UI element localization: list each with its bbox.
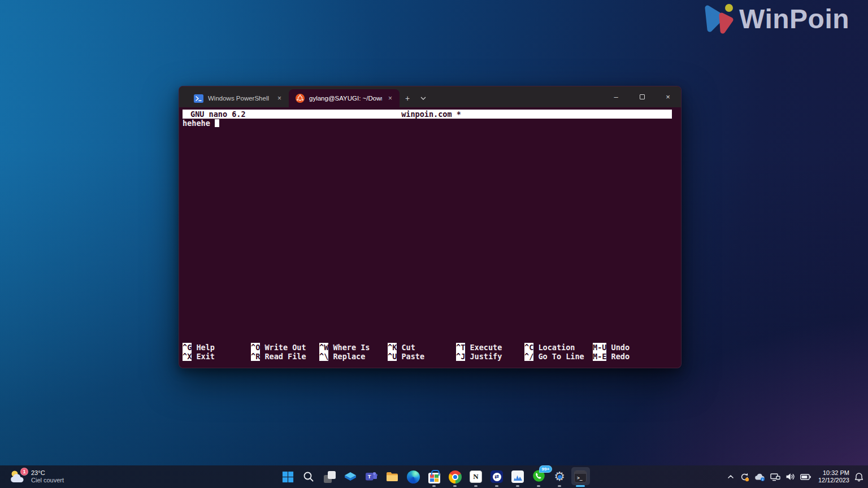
shortcut-column: ^OWrite Out ^RRead File xyxy=(251,343,319,361)
teamviewer-button[interactable] xyxy=(487,465,507,488)
weather-temperature: 23°C xyxy=(31,469,64,477)
tray-overflow-button[interactable] xyxy=(727,465,735,488)
nano-editor[interactable]: GNU nano 6.2 winpoin.com * hehehe ^GHelp… xyxy=(179,107,681,368)
notification-badge: 1 xyxy=(20,468,28,476)
histogram-app-icon xyxy=(511,470,524,483)
weather-widget[interactable]: 1 23°C Ciel couvert xyxy=(6,465,67,488)
running-indicator xyxy=(432,485,436,487)
maximize-icon xyxy=(640,94,645,99)
maximize-button[interactable] xyxy=(629,86,655,107)
shortcut-column: ^CLocation ^/Go To Line xyxy=(524,343,593,361)
whatsapp-button[interactable]: 99+ xyxy=(528,465,549,488)
shortcut-redo: M-ERedo xyxy=(593,352,661,361)
winpoin-logo-icon xyxy=(701,2,737,35)
tab-label: gylang@SAYUGI: ~/Downloac xyxy=(309,95,382,102)
ubuntu-icon xyxy=(296,94,305,103)
tab-windows-powershell[interactable]: Windows PowerShell × xyxy=(187,89,289,107)
stats-app-button[interactable] xyxy=(507,465,528,488)
clock[interactable]: 10:32 PM 12/12/2023 xyxy=(818,469,849,484)
shortcut-column: ^GHelp ^XExit xyxy=(183,343,251,361)
buffer-text: hehehe xyxy=(183,119,210,128)
tab-close-button[interactable]: × xyxy=(276,94,283,102)
volume-tray-button[interactable] xyxy=(785,465,795,488)
shortcut-read-file: ^RRead File xyxy=(251,352,319,361)
terminal-icon xyxy=(574,470,587,483)
shortcut-column: ^KCut ^UPaste xyxy=(388,343,456,361)
shortcut-where-is: ^WWhere Is xyxy=(319,343,388,352)
clock-date: 12/12/2023 xyxy=(818,477,849,484)
notion-button[interactable] xyxy=(466,465,487,488)
task-view-button[interactable] xyxy=(319,465,340,488)
tab-ubuntu-nano[interactable]: gylang@SAYUGI: ~/Downloac × xyxy=(289,89,400,107)
shortcut-justify: ^JJustify xyxy=(456,352,524,361)
terminal-window: Windows PowerShell × gylang@SAYUGI: ~/Do… xyxy=(179,86,682,368)
gear-icon: ⚙ xyxy=(553,470,566,483)
teamviewer-icon xyxy=(491,470,503,483)
settings-button[interactable]: ⚙ xyxy=(549,465,570,488)
battery-icon xyxy=(800,474,811,480)
nano-shortcut-bar: ^GHelp ^XExit ^OWrite Out ^RRead File ^W… xyxy=(183,343,672,361)
battery-tray-button[interactable] xyxy=(800,465,811,488)
powershell-icon xyxy=(194,94,203,103)
winpoin-watermark: WinPoin xyxy=(701,2,849,35)
shortcut-replace: ^\Replace xyxy=(319,352,388,361)
task-view-icon xyxy=(324,471,336,483)
edge-button[interactable] xyxy=(403,465,424,488)
start-button[interactable] xyxy=(277,465,298,488)
blue-box-app-button[interactable] xyxy=(340,465,361,488)
svg-text:T: T xyxy=(368,473,371,480)
running-indicator xyxy=(453,485,457,487)
desktop[interactable]: { "watermark": { "text": "WinPoin" }, "w… xyxy=(0,0,868,488)
nano-buffer-line: hehehe xyxy=(183,119,672,128)
shortcut-paste: ^UPaste xyxy=(388,352,456,361)
shortcut-write-out: ^OWrite Out xyxy=(251,343,319,352)
cloud-icon: i xyxy=(754,473,765,481)
running-indicator xyxy=(558,485,561,487)
file-explorer-button[interactable] xyxy=(382,465,403,488)
running-indicator xyxy=(495,485,498,487)
cast-display-tray-button[interactable] xyxy=(770,465,780,488)
running-indicator xyxy=(537,485,540,487)
shortcut-help: ^GHelp xyxy=(183,343,251,352)
shortcut-undo: M-UUndo xyxy=(593,343,661,352)
minimize-button[interactable]: – xyxy=(603,86,629,107)
microsoft-store-icon xyxy=(428,473,440,483)
tab-label: Windows PowerShell xyxy=(208,95,271,102)
sync-icon xyxy=(740,472,749,482)
notion-icon xyxy=(470,470,482,483)
running-indicator xyxy=(516,485,519,487)
chrome-icon xyxy=(449,470,462,483)
monitor-cast-icon xyxy=(770,473,780,481)
windows-start-icon xyxy=(281,470,294,483)
blue-box-icon xyxy=(344,470,357,483)
nano-filename: winpoin.com * xyxy=(351,110,511,119)
windows-terminal-button[interactable] xyxy=(570,465,591,488)
tab-dropdown-button[interactable] xyxy=(415,90,431,106)
terminal-titlebar: Windows PowerShell × gylang@SAYUGI: ~/Do… xyxy=(179,86,681,107)
microsoft-store-button[interactable] xyxy=(424,465,445,488)
close-button[interactable]: × xyxy=(655,86,681,107)
speaker-icon xyxy=(785,473,795,481)
weather-condition: Ciel couvert xyxy=(31,477,64,484)
onedrive-tray-button[interactable]: i xyxy=(754,465,765,488)
new-tab-button[interactable]: + xyxy=(400,90,415,106)
shortcut-column: ^WWhere Is ^\Replace xyxy=(319,343,388,361)
chrome-button[interactable] xyxy=(445,465,466,488)
taskbar-center-icons: T xyxy=(277,465,591,488)
nano-title-spacer xyxy=(511,110,672,119)
shortcut-exit: ^XExit xyxy=(183,352,251,361)
shortcut-column: ^TExecute ^JJustify xyxy=(456,343,524,361)
shortcut-go-to-line: ^/Go To Line xyxy=(524,352,593,361)
shortcut-location: ^CLocation xyxy=(524,343,593,352)
update-sync-tray-button[interactable] xyxy=(740,465,749,488)
notification-center-button[interactable] xyxy=(854,465,863,488)
tab-strip: Windows PowerShell × gylang@SAYUGI: ~/Do… xyxy=(179,86,431,107)
tab-close-button[interactable]: × xyxy=(387,94,394,102)
whatsapp-icon: 99+ xyxy=(532,469,545,485)
bell-icon xyxy=(854,472,863,482)
chevron-down-icon xyxy=(420,97,426,100)
teams-button[interactable]: T xyxy=(361,465,382,488)
nano-version: GNU nano 6.2 xyxy=(183,110,351,119)
chevron-up-icon xyxy=(727,473,735,481)
search-button[interactable] xyxy=(298,465,319,488)
